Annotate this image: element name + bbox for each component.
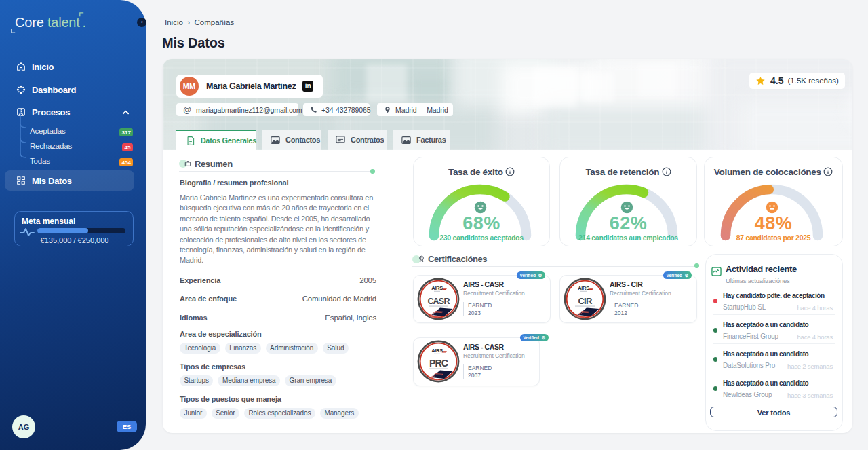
svg-text:AIRS: AIRS bbox=[431, 285, 443, 291]
svg-text:PRC: PRC bbox=[429, 358, 448, 369]
svg-text:CIR: CIR bbox=[578, 296, 593, 306]
svg-text:CASR: CASR bbox=[427, 297, 450, 306]
svg-text:AIRS: AIRS bbox=[431, 348, 443, 354]
svg-text:AIRS: AIRS bbox=[578, 285, 589, 291]
